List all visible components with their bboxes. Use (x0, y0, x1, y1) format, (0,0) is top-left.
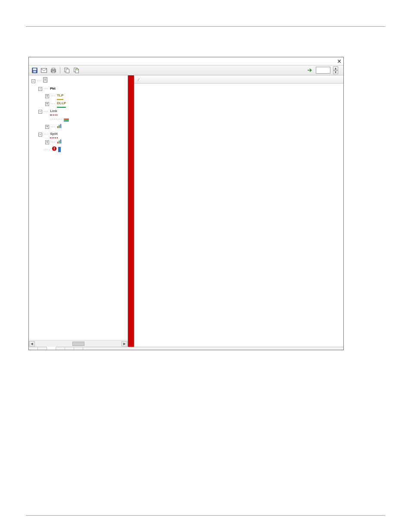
link-perf-icon (57, 123, 62, 131)
svg-rect-22 (59, 140, 60, 143)
packets-icon: Pkt (50, 85, 55, 92)
tab-packet-header[interactable] (65, 347, 74, 350)
svg-rect-6 (52, 71, 55, 73)
expand-icon[interactable]: + (45, 102, 49, 106)
dllp-icon: DLLP (57, 100, 66, 108)
tab-link-tracker[interactable] (29, 347, 38, 350)
document-icon (43, 77, 48, 85)
packet-stepper[interactable]: ▲ ▼ (333, 66, 338, 74)
svg-rect-23 (60, 140, 62, 143)
svg-rect-21 (57, 142, 59, 143)
tab-bus-utilization[interactable] (56, 347, 65, 350)
tree-packets[interactable]: −··· Pkt (31, 85, 127, 92)
tree-errors-label (58, 147, 61, 152)
collapse-icon[interactable]: − (38, 110, 42, 114)
svg-rect-18 (57, 126, 59, 128)
svg-rect-5 (52, 68, 55, 70)
tree-horizontal-scrollbar[interactable]: ◄ ► (29, 340, 128, 347)
tree-vcid[interactable]: ······· (31, 115, 127, 123)
svg-rect-15 (64, 118, 69, 119)
svg-rect-3 (41, 68, 47, 72)
col-downstream[interactable] (249, 75, 296, 83)
email-icon[interactable] (41, 67, 47, 73)
svg-rect-19 (59, 125, 60, 128)
options-icon[interactable] (73, 67, 79, 73)
vcid-icon (64, 116, 69, 123)
tab-traffic-summary[interactable] (47, 347, 56, 350)
save-icon[interactable] (31, 67, 37, 73)
sort-icon: ∕ (138, 78, 139, 82)
traffic-summary-window: ✕ ▲ ▼ (28, 57, 344, 350)
expand-icon[interactable]: + (45, 125, 49, 129)
expand-icon[interactable]: + (45, 94, 49, 98)
scroll-left-icon[interactable]: ◄ (29, 341, 35, 346)
collapse-icon[interactable]: − (38, 87, 42, 91)
toolbar: ▲ ▼ (29, 65, 343, 75)
print-icon[interactable] (50, 67, 56, 73)
col-total[interactable] (296, 75, 343, 83)
tree-dllp[interactable]: +··· DLLP (31, 100, 127, 108)
close-icon[interactable]: ✕ (337, 58, 342, 65)
link-icon: Link (50, 108, 57, 115)
svg-rect-16 (64, 120, 69, 121)
collapse-icon[interactable]: − (31, 79, 35, 83)
expand-icon[interactable]: + (45, 140, 49, 144)
table-pane: ∕ (128, 75, 343, 347)
page-footer (26, 515, 385, 517)
svg-rect-25 (54, 147, 55, 149)
bottom-tabs (29, 347, 343, 350)
tree-tlp[interactable]: +··· TLP (31, 92, 127, 100)
step-down-icon[interactable]: ▼ (333, 70, 338, 74)
go-icon[interactable] (307, 67, 313, 73)
svg-rect-17 (64, 121, 69, 121)
svg-rect-20 (60, 124, 62, 128)
errors-side-tab[interactable] (128, 75, 134, 347)
copy-icon[interactable] (64, 67, 70, 73)
tree-split-transactions[interactable]: −··· Split (31, 131, 127, 138)
tree-errors[interactable]: ···· (31, 146, 127, 154)
tree: −··· −··· Pkt +··· TLP (31, 77, 127, 153)
tree-link-trans-perf[interactable]: +··· (31, 123, 127, 131)
svg-rect-8 (66, 69, 69, 73)
scroll-right-icon[interactable]: ► (121, 341, 128, 346)
step-up-icon[interactable]: ▲ (333, 66, 338, 70)
svg-rect-11 (44, 78, 47, 82)
tab-data-flow[interactable] (74, 347, 83, 350)
scroll-thumb[interactable] (72, 342, 84, 346)
table-header-row: ∕ (134, 75, 343, 83)
tree-pane: −··· −··· Pkt +··· TLP (29, 75, 128, 347)
errors-table: ∕ (134, 75, 343, 84)
collapse-icon[interactable]: − (38, 133, 42, 137)
tree-split-trans-perf[interactable]: +··· (31, 138, 127, 146)
packet-index-input[interactable] (316, 67, 330, 74)
svg-rect-2 (33, 71, 36, 72)
errors-icon (52, 146, 57, 153)
split-icon: Split (50, 131, 57, 138)
svg-rect-1 (33, 68, 36, 70)
tlp-icon: TLP (57, 92, 63, 100)
col-type[interactable]: ∕ (134, 75, 202, 83)
svg-rect-26 (54, 149, 55, 150)
tree-root[interactable]: −··· (31, 77, 127, 85)
tree-link-transactions[interactable]: −··· Link (31, 108, 127, 115)
tab-packet-data[interactable] (38, 347, 47, 350)
page-header (26, 24, 385, 27)
col-upstream[interactable] (202, 75, 249, 83)
split-perf-icon (57, 139, 62, 146)
window-titlebar: ✕ (29, 57, 343, 65)
